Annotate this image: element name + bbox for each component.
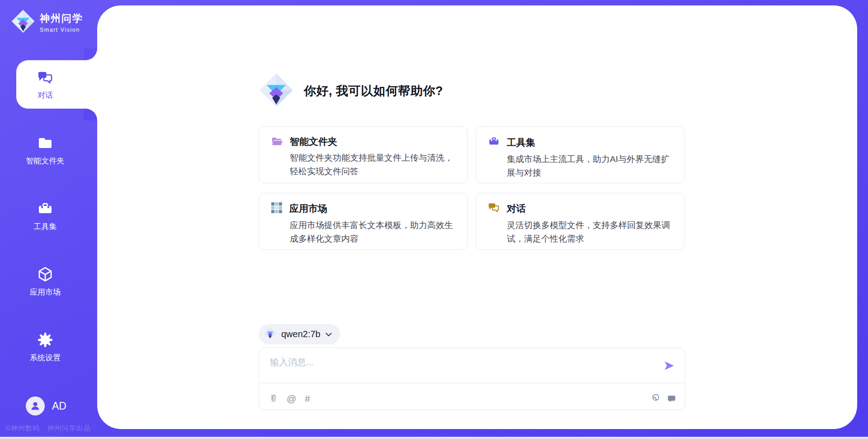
avatar bbox=[26, 396, 45, 415]
cube-icon bbox=[37, 266, 54, 283]
sidebar-item-app-market[interactable]: 应用市场 bbox=[0, 257, 90, 305]
user-initials: AD bbox=[52, 400, 66, 412]
chat-bubbles-icon bbox=[37, 69, 54, 86]
sidebar-item-chat[interactable]: 对话 bbox=[0, 60, 90, 109]
sidebar-item-label: 智能文件夹 bbox=[26, 156, 65, 166]
folder-open-icon bbox=[271, 135, 283, 148]
card-chat[interactable]: 对话 灵活切换多模型文件，支持多样回复效果调试，满足个性化需求 bbox=[476, 193, 685, 250]
gear-icon bbox=[37, 331, 54, 348]
user-profile[interactable]: AD bbox=[26, 396, 66, 415]
history-icon[interactable] bbox=[651, 394, 660, 404]
message-input[interactable]: 输入消息... bbox=[270, 356, 314, 368]
sidebar-item-label: 应用市场 bbox=[30, 287, 61, 297]
toolbox-icon bbox=[488, 135, 500, 149]
composer-divider bbox=[259, 383, 685, 383]
message-composer[interactable]: 输入消息... @ # bbox=[259, 348, 685, 410]
card-title: 应用市场 bbox=[289, 202, 327, 215]
brand-name: 神州问学 bbox=[40, 12, 83, 25]
mention-icon[interactable]: @ bbox=[287, 394, 296, 403]
copyright-text: ©神州数码 · 神州问学出品 bbox=[5, 424, 90, 433]
card-description: 集成市场上主流工具，助力AI与外界无缝扩展与对接 bbox=[507, 153, 673, 180]
card-title: 对话 bbox=[507, 202, 526, 215]
card-description: 智能文件夹功能支持批量文件上传与清洗，轻松实现文件问答 bbox=[290, 151, 456, 178]
brand-diamond-icon bbox=[11, 9, 35, 35]
sidebar-item-label: 对话 bbox=[38, 90, 53, 100]
sidebar-item-smart-folder[interactable]: 智能文件夹 bbox=[0, 126, 90, 174]
sidebar: 神州问学 Smart Vision 对话 智能文件夹 bbox=[0, 0, 97, 439]
sidebar-item-settings[interactable]: 系统设置 bbox=[0, 323, 90, 371]
hash-icon[interactable]: # bbox=[305, 394, 310, 403]
sidebar-item-toolset[interactable]: 工具集 bbox=[0, 191, 90, 240]
model-diamond-icon bbox=[264, 327, 276, 341]
greeting-title: 你好, 我可以如何帮助你? bbox=[304, 83, 443, 99]
send-icon[interactable] bbox=[663, 360, 675, 373]
window-bottom-edge bbox=[0, 437, 868, 439]
card-app-market[interactable]: 应用市场 应用市场提供丰富长文本模板，助力高效生成多样化文章内容 bbox=[259, 193, 468, 250]
model-name: qwen2:7b bbox=[281, 329, 321, 339]
card-description: 应用市场提供丰富长文本模板，助力高效生成多样化文章内容 bbox=[290, 219, 456, 246]
sidebar-nav: 对话 智能文件夹 工具集 bbox=[0, 60, 97, 388]
sidebar-item-label: 系统设置 bbox=[30, 353, 61, 363]
chat-bubbles-icon bbox=[488, 202, 500, 215]
card-smart-folder[interactable]: 智能文件夹 智能文件夹功能支持批量文件上传与清洗，轻松实现文件问答 bbox=[259, 126, 468, 183]
card-title: 智能文件夹 bbox=[290, 135, 337, 148]
chat-square-icon[interactable] bbox=[667, 395, 676, 403]
folder-icon bbox=[37, 134, 54, 152]
brand-logo: 神州问学 Smart Vision bbox=[11, 9, 83, 35]
model-selector[interactable]: qwen2:7b bbox=[259, 324, 340, 344]
greeting-block: 你好, 我可以如何帮助你? bbox=[259, 72, 443, 110]
chevron-down-icon bbox=[326, 330, 332, 339]
brand-subtitle: Smart Vision bbox=[40, 27, 83, 33]
card-toolset[interactable]: 工具集 集成市场上主流工具，助力AI与外界无缝扩展与对接 bbox=[476, 126, 685, 183]
main-panel: 你好, 我可以如何帮助你? 智能文件夹 智能文件夹功能支持批量文件上传与清洗，轻… bbox=[97, 5, 857, 429]
attachment-icon[interactable] bbox=[269, 393, 278, 404]
card-description: 灵活切换多模型文件，支持多样回复效果调试，满足个性化需求 bbox=[507, 219, 673, 246]
feature-cards: 智能文件夹 智能文件夹功能支持批量文件上传与清洗，轻松实现文件问答 工具集 集成… bbox=[259, 126, 685, 250]
apps-grid-icon bbox=[271, 202, 283, 215]
toolbox-icon bbox=[37, 200, 54, 217]
assistant-diamond-icon bbox=[259, 72, 294, 110]
sidebar-item-label: 工具集 bbox=[34, 221, 57, 232]
card-title: 工具集 bbox=[507, 136, 535, 149]
